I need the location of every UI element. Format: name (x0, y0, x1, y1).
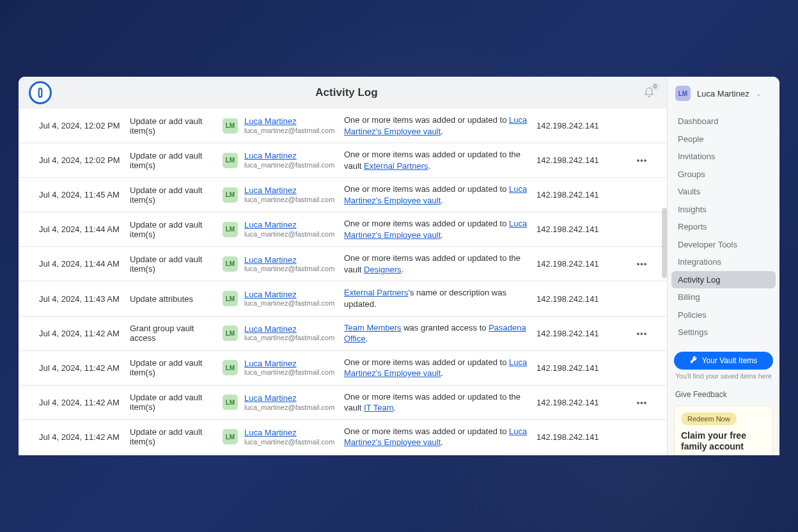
cell-event: Update or add vault item(s) (130, 427, 223, 446)
row-actions-button[interactable]: ••• (637, 259, 648, 269)
avatar: LM (223, 325, 238, 341)
cell-timestamp: Jul 4, 2024, 11:43 AM (39, 294, 130, 304)
user-email: luca_martinez@fastmail.com (244, 334, 334, 342)
give-feedback-link[interactable]: Give Feedback (668, 386, 779, 403)
user-email: luca_martinez@fastmail.com (244, 265, 334, 273)
profile-name: Luca Martinez (697, 89, 749, 98)
avatar: LM (223, 429, 238, 444)
profile-menu[interactable]: LM Luca Martinez ⌄ (668, 77, 779, 110)
table-row: Jul 4, 2024, 11:45 AMUpdate or add vault… (19, 178, 667, 212)
cell-user: LMLuca Martinezluca_martinez@fastmail.co… (223, 428, 344, 446)
avatar: LM (223, 187, 238, 203)
table-row: Jul 4, 2024, 11:42 AMUpdate or add vault… (19, 455, 667, 455)
avatar: LM (223, 291, 238, 306)
scrollbar-thumb[interactable] (662, 208, 667, 278)
topbar: Activity Log 0 (19, 77, 667, 109)
user-email: luca_martinez@fastmail.com (244, 368, 334, 377)
sidebar-item-billing[interactable]: Billing (671, 288, 776, 306)
user-link[interactable]: Luca Martinez (244, 151, 334, 161)
cell-user: LMLuca Martinezluca_martinez@fastmail.co… (223, 324, 344, 343)
cell-timestamp: Jul 4, 2024, 12:02 PM (39, 155, 130, 165)
cell-user: LMLuca Martinezluca_martinez@fastmail.co… (223, 393, 344, 412)
sidebar: LM Luca Martinez ⌄ DashboardPeopleInvita… (667, 77, 779, 455)
cell-ip: 142.198.242.141 (536, 398, 632, 407)
user-link[interactable]: Luca Martinez (244, 116, 334, 127)
your-vault-items-button[interactable]: Your Vault Items (674, 352, 773, 370)
user-email: luca_martinez@fastmail.com (244, 127, 334, 135)
sidebar-item-activity-log[interactable]: Activity Log (671, 271, 776, 289)
cell-timestamp: Jul 4, 2024, 11:45 AM (39, 190, 130, 199)
cell-description: One or more items was added or updated t… (344, 184, 536, 206)
table-row: Jul 4, 2024, 11:43 AMUpdate attributesLM… (19, 281, 667, 316)
avatar: LM (223, 222, 238, 237)
cell-description: One or more items was added or updated t… (344, 114, 536, 137)
row-actions-button[interactable]: ••• (637, 155, 648, 165)
key-icon (690, 356, 698, 366)
cell-event: Update or add vault item(s) (130, 220, 223, 239)
vault-link[interactable]: Luca Martinez's Employee vault (344, 357, 527, 379)
user-link[interactable]: Luca Martinez (244, 428, 334, 438)
avatar: LM (223, 395, 238, 410)
cell-event: Update or add vault item(s) (130, 116, 223, 136)
sidebar-item-insights[interactable]: Insights (671, 201, 776, 219)
notification-count-badge: 0 (651, 82, 659, 90)
cell-description: One or more items was added or updated t… (344, 357, 536, 379)
activity-table: Jul 4, 2024, 12:02 PMUpdate or add vault… (19, 109, 667, 455)
main-area: Activity Log 0 Jul 4, 2024, 12:02 PMUpda… (19, 77, 667, 455)
cell-description: One or more items was added or updated t… (344, 426, 536, 448)
cell-timestamp: Jul 4, 2024, 11:42 AM (39, 329, 130, 338)
sidebar-item-vaults[interactable]: Vaults (671, 183, 776, 201)
chevron-down-icon: ⌄ (756, 90, 761, 97)
cell-event: Update or add vault item(s) (130, 151, 223, 170)
user-link[interactable]: Luca Martinez (244, 185, 334, 196)
avatar: LM (223, 360, 238, 375)
promo-card: Redeem Now Claim your free family accoun… (674, 405, 773, 456)
cell-event: Update or add vault item(s) (130, 358, 223, 377)
row-actions-button[interactable]: ••• (637, 398, 648, 407)
cell-user: LMLuca Martinezluca_martinez@fastmail.co… (223, 220, 344, 239)
vault-link[interactable]: Luca Martinez's Employee vault (344, 115, 527, 136)
table-row: Jul 4, 2024, 12:02 PMUpdate or add vault… (19, 109, 667, 143)
sidebar-item-policies[interactable]: Policies (671, 306, 776, 324)
sidebar-item-settings[interactable]: Settings (671, 324, 776, 341)
cell-description: Team Members was granted access to Pasad… (344, 322, 536, 345)
sidebar-item-groups[interactable]: Groups (671, 166, 776, 184)
cell-ip: 142.198.242.141 (536, 259, 632, 269)
row-actions-button[interactable]: ••• (637, 329, 648, 338)
user-link[interactable]: Luca Martinez (244, 359, 334, 369)
cell-user: LMLuca Martinezluca_martinez@fastmail.co… (223, 255, 344, 274)
user-link[interactable]: Luca Martinez (244, 324, 334, 334)
sidebar-item-people[interactable]: People (671, 130, 776, 148)
sidebar-item-dashboard[interactable]: Dashboard (671, 113, 776, 130)
user-link[interactable]: Luca Martinez (244, 393, 334, 403)
sidebar-item-invitations[interactable]: Invitations (671, 148, 776, 166)
cell-description: External Partners's name or description … (344, 287, 536, 309)
notifications-button[interactable]: 0 (641, 85, 657, 100)
vault-link[interactable]: Designers (364, 265, 402, 274)
redeem-now-button[interactable]: Redeem Now (681, 412, 737, 426)
table-row: Jul 4, 2024, 12:02 PMUpdate or add vault… (19, 143, 667, 178)
app-logo-icon[interactable] (29, 81, 52, 104)
vault-link[interactable]: Luca Martinez's Employee vault (344, 426, 527, 448)
cell-actions: ••• (632, 259, 652, 269)
cell-event: Grant group vault access (130, 324, 223, 343)
vault-link[interactable]: Team Members (344, 323, 402, 332)
user-email: luca_martinez@fastmail.com (244, 196, 334, 204)
cell-ip: 142.198.242.141 (536, 190, 632, 199)
user-link[interactable]: Luca Martinez (244, 220, 334, 230)
avatar: LM (223, 256, 238, 272)
vault-link[interactable]: External Partners (364, 161, 428, 171)
vault-link[interactable]: Luca Martinez's Employee vault (344, 184, 527, 205)
vault-link[interactable]: Luca Martinez's Employee vault (344, 219, 527, 240)
cell-user: LMLuca Martinezluca_martinez@fastmail.co… (223, 116, 344, 135)
vault-link[interactable]: External Partners (344, 288, 408, 297)
sidebar-item-reports[interactable]: Reports (671, 218, 776, 236)
user-link[interactable]: Luca Martinez (244, 255, 334, 265)
user-email: luca_martinez@fastmail.com (244, 403, 334, 412)
vault-link[interactable]: IT Team (364, 403, 393, 412)
table-row: Jul 4, 2024, 11:42 AMUpdate or add vault… (19, 351, 667, 386)
sidebar-item-developer-tools[interactable]: Developer Tools (671, 236, 776, 254)
promo-title: Claim your free family account (681, 430, 766, 452)
sidebar-item-integrations[interactable]: Integrations (671, 253, 776, 271)
user-link[interactable]: Luca Martinez (244, 290, 334, 300)
